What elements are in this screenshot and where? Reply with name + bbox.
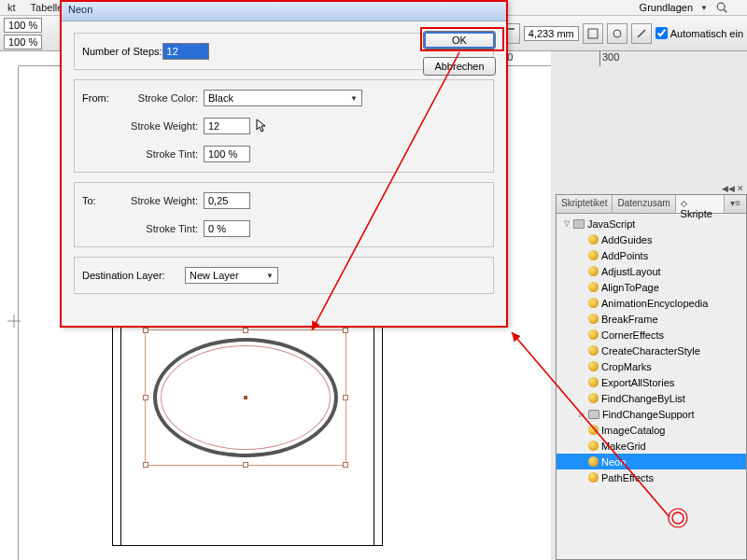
disclosure-triangle-icon[interactable] — [577, 473, 585, 482]
tree-row[interactable]: BreakFrame — [557, 311, 746, 327]
selection-handle[interactable] — [343, 462, 348, 468]
selection-handle[interactable] — [243, 462, 248, 468]
script-icon — [588, 345, 599, 356]
panel-close-icon[interactable]: ✕ — [737, 184, 744, 193]
panel-collapse-icon[interactable]: ◀◀ — [722, 184, 735, 193]
tree-item-label: CreateCharacterStyle — [601, 345, 700, 357]
disclosure-triangle-icon[interactable] — [577, 235, 585, 244]
tree-row[interactable]: PathEffects — [557, 469, 746, 485]
tree-item-label: CropMarks — [601, 361, 652, 372]
search-icon[interactable] — [715, 1, 728, 14]
tree-row[interactable]: FindChangeByList — [557, 390, 746, 406]
panel-tabs: Skriptetiket Datenzusam ◇ Skripte ▾≡ — [557, 195, 746, 214]
tree-item-label: ExportAllStories — [601, 377, 674, 388]
tree-item-label: FindChangeByList — [601, 393, 685, 404]
selection-handle[interactable] — [343, 328, 348, 333]
disclosure-triangle-icon[interactable] — [577, 299, 585, 307]
svg-rect-13 — [588, 29, 598, 38]
cancel-button[interactable]: Abbrechen — [423, 57, 496, 76]
chevron-down-icon: ▼ — [350, 94, 358, 103]
script-icon — [588, 472, 599, 483]
tree-row[interactable]: ImageCatalog — [557, 422, 746, 438]
tree-item-label: FindChangeSupport — [602, 409, 694, 420]
dest-layer-dropdown[interactable]: New Layer▼ — [185, 267, 278, 284]
zoom-x-field[interactable]: 100 % — [4, 18, 42, 33]
stroke-color-label: Stroke Color: — [127, 92, 204, 104]
neon-dialog: Neon Number of Steps: 12 From: Stroke Co… — [60, 0, 508, 327]
svg-point-14 — [613, 30, 621, 37]
tool-button-b[interactable] — [631, 23, 652, 44]
disclosure-triangle-icon[interactable] — [577, 426, 585, 434]
tab-datenzusam[interactable]: Datenzusam — [613, 195, 675, 213]
disclosure-triangle-icon[interactable] — [577, 362, 585, 371]
script-icon — [588, 441, 599, 451]
cursor-pointer-icon — [256, 119, 269, 133]
tree-row[interactable]: AdjustLayout — [557, 263, 746, 279]
disclosure-triangle-icon[interactable] — [577, 441, 585, 450]
disclosure-triangle-icon[interactable] — [577, 330, 585, 339]
tree-row[interactable]: JavaScript — [557, 216, 746, 231]
stroke-tint-from-label: Stroke Tint: — [127, 148, 204, 160]
disclosure-triangle-icon[interactable] — [562, 219, 571, 228]
selection-center-handle[interactable] — [244, 396, 247, 399]
tree-item-label: AddGuides — [601, 234, 652, 245]
to-label: To: — [82, 195, 127, 206]
scripts-panel: ◀◀ ✕ Skriptetiket Datenzusam ◇ Skripte ▾… — [556, 194, 747, 560]
tool-button-a[interactable] — [607, 23, 627, 44]
disclosure-triangle-icon[interactable] — [577, 251, 585, 259]
stroke-weight-from-label: Stroke Weight: — [127, 120, 204, 132]
stroke-tint-to-input[interactable]: 0 % — [204, 220, 250, 237]
tree-row[interactable]: ExportAllStories — [557, 374, 746, 390]
menu-item-kt[interactable]: kt — [0, 0, 23, 15]
svg-point-0 — [717, 3, 725, 10]
disclosure-triangle-icon[interactable] — [577, 283, 585, 291]
stroke-tint-from-input[interactable]: 100 % — [204, 146, 250, 162]
ok-button[interactable]: OK — [423, 31, 496, 49]
disclosure-triangle-icon[interactable] — [577, 346, 585, 355]
tree-row[interactable]: AnimationEncyclopedia — [557, 295, 746, 311]
steps-input[interactable]: 12 — [162, 43, 209, 60]
workspace-label[interactable]: Grundlagen — [640, 2, 694, 13]
svg-line-1 — [724, 9, 726, 12]
cursor-crosshair-icon — [7, 315, 21, 328]
scripts-tree[interactable]: JavaScriptAddGuidesAddPointsAdjustLayout… — [557, 214, 746, 559]
selection-frame[interactable] — [145, 329, 346, 466]
tree-row[interactable]: CreateCharacterStyle — [557, 343, 746, 358]
auto-checkbox[interactable]: Automatisch ein — [655, 27, 743, 39]
disclosure-triangle-icon[interactable] — [577, 457, 585, 466]
tree-row-selected[interactable]: Neon — [557, 454, 746, 469]
panel-controls: ◀◀ ✕ — [722, 184, 744, 193]
tab-skripte[interactable]: ◇ Skripte — [676, 195, 726, 213]
disclosure-triangle-icon[interactable] — [577, 410, 585, 418]
tree-row[interactable]: CropMarks — [557, 358, 746, 374]
tree-item-label: AlignToPage — [601, 282, 659, 293]
tree-row[interactable]: AlignToPage — [557, 279, 746, 295]
effects-button[interactable] — [583, 23, 603, 44]
from-label: From: — [82, 92, 127, 104]
tree-row[interactable]: MakeGrid — [557, 438, 746, 454]
disclosure-triangle-icon[interactable] — [577, 315, 585, 323]
stroke-weight-to-input[interactable]: 0,25 — [204, 192, 250, 209]
folder-icon — [588, 410, 599, 419]
disclosure-triangle-icon[interactable] — [577, 267, 585, 275]
selection-handle[interactable] — [143, 328, 148, 333]
selection-handle[interactable] — [143, 395, 148, 400]
tree-item-label: MakeGrid — [601, 441, 646, 452]
dimension-field[interactable]: 4,233 mm — [524, 26, 579, 41]
tree-row[interactable]: FindChangeSupport — [557, 406, 746, 422]
disclosure-triangle-icon[interactable] — [577, 394, 585, 402]
tree-row[interactable]: AddGuides — [557, 231, 746, 247]
zoom-y-field[interactable]: 100 % — [4, 35, 42, 49]
tab-skriptetiket[interactable]: Skriptetiket — [557, 195, 613, 213]
stroke-color-dropdown[interactable]: Black▼ — [204, 90, 362, 106]
script-icon — [588, 329, 599, 340]
stroke-weight-from-input[interactable]: 12 — [204, 118, 250, 134]
selection-handle[interactable] — [143, 462, 148, 468]
selection-handle[interactable] — [343, 395, 348, 400]
disclosure-triangle-icon[interactable] — [577, 378, 585, 386]
panel-menu-icon[interactable]: ▾≡ — [725, 195, 746, 213]
tree-row[interactable]: AddPoints — [557, 247, 746, 263]
tree-row[interactable]: CornerEffects — [557, 327, 746, 343]
script-icon — [588, 456, 599, 467]
selection-handle[interactable] — [243, 328, 248, 333]
